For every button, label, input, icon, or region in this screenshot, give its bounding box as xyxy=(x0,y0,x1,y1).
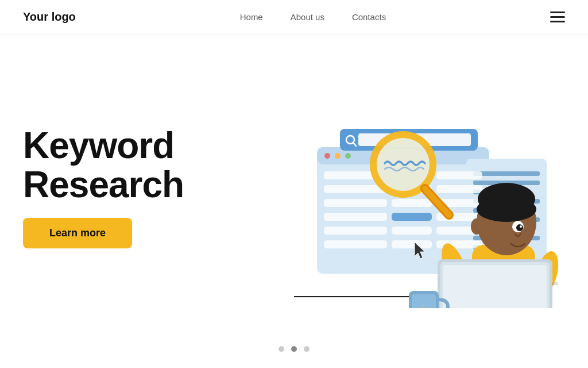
logo: Your logo xyxy=(23,10,76,24)
dot-1[interactable] xyxy=(278,346,284,352)
svg-rect-29 xyxy=(392,213,432,221)
svg-rect-21 xyxy=(436,171,482,179)
dot-3[interactable] xyxy=(304,346,310,352)
hamburger-menu[interactable] xyxy=(550,12,565,22)
illustration-svg xyxy=(225,67,558,308)
svg-rect-32 xyxy=(392,227,432,235)
nav-about[interactable]: About us xyxy=(291,12,324,22)
hero-heading: Keyword Research xyxy=(23,126,218,204)
learn-more-button[interactable]: Learn more xyxy=(23,218,132,248)
svg-rect-28 xyxy=(324,213,387,221)
hamburger-line-3 xyxy=(550,21,565,22)
nav-home[interactable]: Home xyxy=(240,12,263,22)
svg-rect-25 xyxy=(324,199,387,207)
svg-point-50 xyxy=(477,197,536,222)
svg-rect-26 xyxy=(392,199,432,207)
svg-point-54 xyxy=(471,218,482,235)
svg-point-2 xyxy=(324,153,330,159)
site-header: Your logo Home About us Contacts xyxy=(0,0,588,34)
hero-section: Keyword Research Learn more xyxy=(0,34,588,335)
svg-point-4 xyxy=(345,153,351,159)
dot-2[interactable] xyxy=(291,346,297,352)
hero-illustration xyxy=(218,52,565,323)
svg-rect-22 xyxy=(324,185,387,193)
hamburger-line-1 xyxy=(550,12,565,13)
nav-contacts[interactable]: Contacts xyxy=(352,12,386,22)
svg-rect-58 xyxy=(443,265,547,308)
svg-rect-24 xyxy=(436,185,482,193)
svg-point-3 xyxy=(335,153,341,159)
hamburger-line-2 xyxy=(550,16,565,18)
page-footer xyxy=(0,335,588,363)
svg-rect-31 xyxy=(324,227,387,235)
svg-point-53 xyxy=(520,225,522,228)
svg-point-52 xyxy=(516,224,523,231)
hero-left: Keyword Research Learn more xyxy=(23,126,218,248)
svg-rect-35 xyxy=(392,240,432,248)
svg-rect-34 xyxy=(324,240,387,248)
main-nav: Home About us Contacts xyxy=(240,12,386,22)
svg-rect-6 xyxy=(473,171,540,176)
